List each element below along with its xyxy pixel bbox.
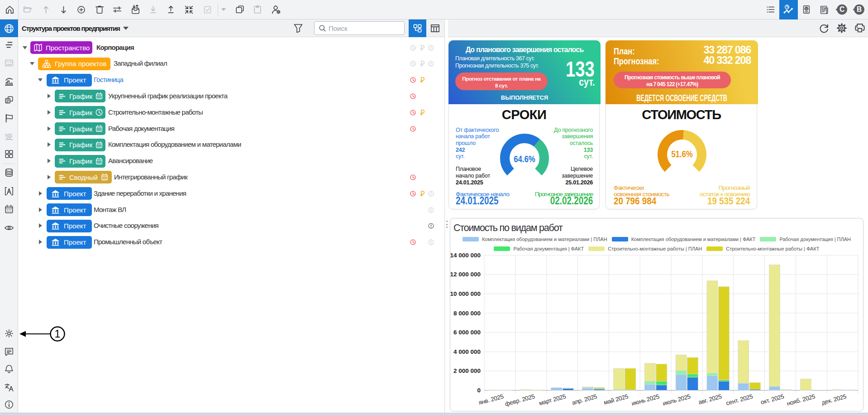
svg-text:0: 0 <box>477 387 481 394</box>
svg-text:4 000 000: 4 000 000 <box>453 348 481 355</box>
svg-text:янв. 2025: янв. 2025 <box>478 393 504 406</box>
svg-text:дек. 2025: дек. 2025 <box>821 393 847 406</box>
svg-text:февр. 2025: февр. 2025 <box>504 393 535 407</box>
svg-text:1: 1 <box>55 328 61 340</box>
svg-text:6 000 000: 6 000 000 <box>453 329 481 336</box>
svg-text:C: C <box>839 5 844 13</box>
svg-text:2 000 000: 2 000 000 <box>453 367 481 374</box>
svg-text:нояб. 2025: нояб. 2025 <box>786 393 816 407</box>
svg-text:май 2025: май 2025 <box>603 393 629 406</box>
svg-text:B: B <box>857 5 862 13</box>
svg-text:14 000 000: 14 000 000 <box>450 252 481 259</box>
svg-text:8 000 000: 8 000 000 <box>453 310 481 317</box>
svg-text:март 2025: март 2025 <box>538 393 567 406</box>
svg-text:12 000 000: 12 000 000 <box>450 271 481 278</box>
svg-text:сент. 2025: сент. 2025 <box>725 393 754 406</box>
svg-text:апр. 2025: апр. 2025 <box>571 393 598 406</box>
svg-text:10 000 000: 10 000 000 <box>450 290 481 297</box>
svg-text:июль 2025: июль 2025 <box>662 393 692 407</box>
svg-text:июнь 2025: июнь 2025 <box>631 393 660 407</box>
svg-text:авг. 2025: авг. 2025 <box>698 393 722 405</box>
svg-text:окт. 2025: окт. 2025 <box>760 393 785 405</box>
